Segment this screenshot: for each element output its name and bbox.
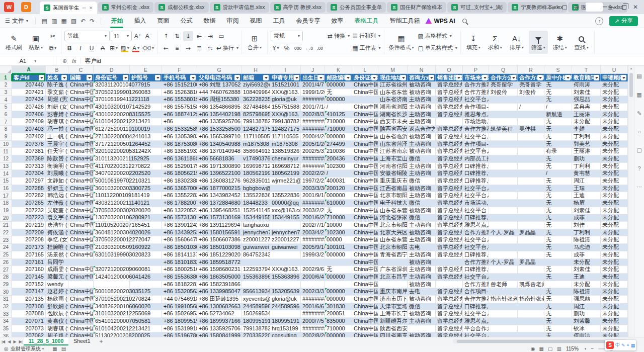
cell-B31[interactable]: 杨欣雨 (女 bbox=[46, 296, 68, 303]
cell-D25[interactable]: 630103199903020823 bbox=[94, 251, 130, 259]
cell-M21[interactable]: 北京市朝阳 bbox=[378, 222, 408, 229]
cell-O33[interactable]: 留学总经办 bbox=[436, 310, 463, 318]
wrap-text-button[interactable]: ↩换行 bbox=[216, 43, 238, 53]
cell-D19[interactable]: 370503200302020020 bbox=[94, 207, 130, 215]
cell-U22[interactable]: 未分配 bbox=[601, 229, 628, 237]
cell-M16[interactable]: 江西省南昌 bbox=[378, 185, 408, 193]
filter-dropdown-icon[interactable] bbox=[190, 75, 196, 80]
cell-O6[interactable]: 留学总经办 bbox=[436, 111, 463, 119]
cell-I29[interactable] bbox=[270, 281, 301, 289]
cell-S21[interactable]: 无 bbox=[544, 222, 572, 229]
cell-H17[interactable]: 135522836 bbox=[242, 192, 270, 200]
cell-A36[interactable]: 207062 bbox=[12, 332, 46, 337]
filter-dropdown-icon[interactable] bbox=[456, 75, 461, 80]
cell-P30[interactable]: 合作项目- bbox=[463, 288, 489, 296]
header-cell-P1[interactable]: 市场来源渠 bbox=[463, 74, 489, 81]
cell-N29[interactable]: 被动咨询 bbox=[408, 281, 436, 289]
cell-H14[interactable]: 180562199 bbox=[242, 170, 270, 178]
cell-R27[interactable] bbox=[518, 266, 544, 274]
cell-M30[interactable]: 重庆市南岸 bbox=[378, 288, 408, 296]
italic-button[interactable]: I bbox=[75, 43, 86, 53]
convert-button[interactable]: ⇄转换 bbox=[328, 31, 350, 41]
cell-G23[interactable]: +86 1506607386 bbox=[197, 236, 242, 244]
cell-H27[interactable]: 122593794 bbox=[242, 266, 270, 274]
cell-C28[interactable]: China中国 bbox=[68, 274, 94, 281]
cell-Q10[interactable] bbox=[489, 141, 518, 148]
cell-D2[interactable]: 320311200104077915 bbox=[94, 81, 130, 89]
cell-N34[interactable]: 主动咨询 bbox=[408, 318, 436, 325]
cell-U28[interactable]: 未分配 bbox=[601, 274, 628, 281]
currency-button[interactable]: ¥ bbox=[271, 43, 281, 53]
column-header-E[interactable]: E bbox=[130, 66, 162, 74]
cell-T16[interactable]: 王瑞 bbox=[572, 185, 601, 193]
cell-G20[interactable]: +86 1573130169 bbox=[197, 214, 242, 222]
decrease-font-button[interactable]: A⁻ bbox=[144, 31, 154, 41]
cell-N23[interactable]: 主动咨询 bbox=[408, 236, 436, 244]
decrease-decimal-button[interactable]: ←.0 bbox=[304, 43, 314, 53]
cell-B17[interactable]: 韩浩远 (男 bbox=[46, 192, 68, 200]
row-header[interactable]: 34 bbox=[0, 318, 12, 325]
cell-R12[interactable] bbox=[518, 155, 544, 163]
cell-I17[interactable]: 135522836 bbox=[270, 192, 301, 200]
cell-I31[interactable]: gloria@uk bbox=[270, 296, 301, 303]
cell-L5[interactable]: China中国 bbox=[352, 104, 378, 111]
row-header[interactable]: 21 bbox=[0, 222, 12, 229]
cell-O15[interactable]: 留学总经办 bbox=[436, 178, 463, 185]
cell-L22[interactable]: China中国 bbox=[352, 229, 378, 237]
cell-L16[interactable]: China中国 bbox=[352, 185, 378, 193]
row-header[interactable]: 27 bbox=[0, 266, 12, 274]
cell-Q6[interactable] bbox=[489, 111, 518, 119]
cell-K13[interactable]: 102300 bbox=[325, 163, 352, 170]
select-all-corner[interactable] bbox=[0, 66, 12, 74]
cell-A15[interactable]: 207297 bbox=[12, 178, 46, 185]
cell-P14[interactable]: 口碑推荐,全 bbox=[463, 170, 489, 178]
cell-F14[interactable]: +86 18056219 bbox=[162, 170, 197, 178]
cell-G16[interactable]: +86 1877000215 bbox=[197, 185, 242, 193]
cell-J19[interactable]: 2003/2/2 bbox=[301, 207, 325, 215]
cell-U5[interactable]: 未分配 bbox=[601, 104, 628, 111]
cell-O4[interactable]: 留学总经办 bbox=[436, 96, 463, 104]
cell-P19[interactable]: 社交平台 bbox=[463, 207, 489, 215]
header-cell-H1[interactable]: 邮箱 bbox=[242, 74, 270, 81]
cell-F33[interactable]: +86 15026953 bbox=[162, 310, 197, 318]
cell-H29[interactable] bbox=[242, 281, 270, 289]
cell-F27[interactable]: +86 18002510 bbox=[162, 266, 197, 274]
cell-B36[interactable]: 周子路 (女 bbox=[46, 332, 68, 337]
cell-S10[interactable]: 无 bbox=[544, 141, 572, 148]
cell-U12[interactable]: 未分配 bbox=[601, 155, 628, 163]
cell-A14[interactable]: 207304 bbox=[12, 170, 46, 178]
cell-T34[interactable]: 刘紫馨 bbox=[572, 318, 601, 325]
cell-B6[interactable]: 彭睿婧 (女 bbox=[46, 111, 68, 119]
file-tab[interactable]: S高学历 教授.xlsx bbox=[270, 2, 326, 13]
cell-H6[interactable]: 825798695 bbox=[242, 111, 270, 119]
cell-R2[interactable]: 亮哥留学 bbox=[518, 81, 544, 89]
cell-J11[interactable]: 2002/5/31 bbox=[301, 148, 325, 155]
cell-D13[interactable]: 411702200312270822 bbox=[94, 163, 130, 170]
cell-T35[interactable]: 钦冰 bbox=[572, 325, 601, 333]
restore-button[interactable] bbox=[622, 5, 626, 10]
cell-C34[interactable]: China中国 bbox=[68, 318, 94, 325]
cell-K6[interactable]: 410125 bbox=[325, 111, 352, 119]
file-tab[interactable]: S公务员国企事业单位 bbox=[327, 2, 386, 13]
cell-J18[interactable]: ######## bbox=[301, 200, 325, 207]
cell-R28[interactable] bbox=[518, 274, 544, 281]
cell-O18[interactable]: 留学总经办 bbox=[436, 200, 463, 207]
cell-F11[interactable]: +86 13851932 bbox=[162, 148, 197, 155]
cell-M24[interactable]: 北京市朝阳 bbox=[378, 244, 408, 251]
cell-N7[interactable]: 主动咨询 bbox=[408, 118, 436, 126]
cell-C14[interactable]: China中国 bbox=[68, 170, 94, 178]
row-header[interactable]: 15 bbox=[0, 178, 12, 185]
cell-Q4[interactable] bbox=[489, 96, 518, 104]
cell-N30[interactable]: 去电 bbox=[408, 288, 436, 296]
filter-dropdown-icon[interactable] bbox=[594, 75, 599, 80]
row-header[interactable]: 24 bbox=[0, 244, 12, 251]
cell-C8[interactable]: China中国 bbox=[68, 126, 94, 133]
cell-R14[interactable] bbox=[518, 170, 544, 178]
cell-D15[interactable]: 500106199702210321 bbox=[94, 178, 130, 185]
cell-A28[interactable]: 207145 bbox=[12, 274, 46, 281]
cell-K29[interactable] bbox=[325, 281, 352, 289]
cell-L36[interactable]: China中国 bbox=[352, 332, 378, 337]
cell-C32[interactable]: China中国 bbox=[68, 303, 94, 311]
fill-button[interactable]: ↧填充 bbox=[464, 31, 483, 54]
share-button[interactable]: ↗分享 bbox=[609, 16, 638, 26]
